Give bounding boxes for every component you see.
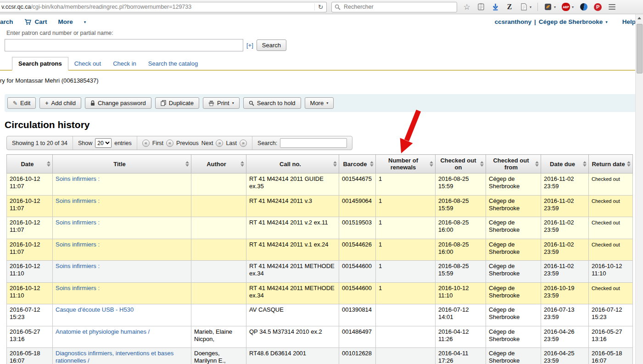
menu-icon[interactable] bbox=[608, 3, 616, 11]
last-page-icon[interactable]: » bbox=[240, 140, 247, 147]
scrollbar-thumb[interactable] bbox=[637, 24, 643, 73]
sort-icon bbox=[370, 161, 374, 167]
title-link[interactable]: Soins infirmiers : bbox=[56, 175, 100, 182]
library-name[interactable]: Cégep de Sherbrooke bbox=[539, 18, 603, 25]
edit-button[interactable]: ✎ Edit bbox=[7, 97, 36, 109]
table-row: 2016-10-12 11:07 Soins infirmiers : RT 4… bbox=[7, 217, 633, 239]
tab-search-patrons[interactable]: Search patrons bbox=[12, 57, 68, 71]
extension-dropdown-caret[interactable]: ▾ bbox=[554, 5, 556, 9]
browser-search-input[interactable] bbox=[343, 3, 454, 11]
tab-check-in[interactable]: Check in bbox=[107, 57, 142, 70]
duplicate-button[interactable]: Duplicate bbox=[155, 97, 199, 109]
previous-page-icon[interactable]: « bbox=[166, 140, 173, 147]
cell-author bbox=[191, 282, 246, 304]
column-header-date[interactable]: Date bbox=[7, 155, 53, 174]
zotero-icon[interactable]: Z bbox=[505, 3, 514, 11]
cell-author bbox=[191, 239, 246, 261]
change-password-button[interactable]: Change password bbox=[85, 97, 151, 109]
logged-in-user[interactable]: ccsranthony bbox=[495, 18, 531, 25]
title-link[interactable]: Soins infirmiers : bbox=[56, 197, 100, 204]
title-link[interactable]: Soins infirmiers : bbox=[56, 263, 100, 269]
download-icon[interactable] bbox=[491, 3, 499, 11]
title-link[interactable]: Diagnostics infirmiers, interventions et… bbox=[56, 350, 173, 364]
title-link[interactable]: Casque d'écoute USB - H530 bbox=[56, 306, 134, 313]
previous-page-button[interactable]: Previous bbox=[176, 140, 199, 146]
address-bar[interactable]: v.ccsr.qc.ca/cgi-bin/koha/members/readin… bbox=[0, 2, 327, 12]
column-header-barcode[interactable]: Barcode bbox=[339, 155, 376, 174]
cell-renewals: 1 bbox=[376, 195, 436, 217]
cell-author bbox=[191, 195, 246, 217]
expand-search-link[interactable]: [+] bbox=[246, 42, 253, 49]
vertical-scrollbar[interactable] bbox=[635, 14, 643, 364]
bookmarks-icon[interactable] bbox=[477, 3, 485, 11]
cell-title: Casque d'écoute USB - H530 bbox=[53, 304, 191, 326]
adblock-icon[interactable]: ABP bbox=[562, 3, 570, 11]
help-link[interactable]: Help bbox=[622, 18, 636, 25]
cell-author bbox=[191, 217, 246, 239]
table-header-row: Date Title Author Call no. Barcode Numbe… bbox=[7, 155, 633, 174]
search-to-hold-button[interactable]: Search to hold bbox=[243, 97, 301, 109]
column-header-renewals[interactable]: Number of renewals bbox=[376, 155, 436, 174]
cell-return-date: Checked out bbox=[589, 174, 633, 196]
colorpicker-icon[interactable] bbox=[580, 3, 588, 11]
star-icon[interactable]: ☆ bbox=[463, 3, 471, 11]
header-link-cart[interactable]: Cart bbox=[35, 18, 47, 25]
print-button[interactable]: Print ▾ bbox=[203, 97, 240, 109]
table-row: 2016-10-12 11:10 Soins infirmiers : RT 4… bbox=[7, 261, 633, 283]
title-link[interactable]: Anatomie et physiologie humaines / bbox=[56, 328, 150, 335]
page-icon[interactable] bbox=[520, 3, 528, 11]
table-row: 2016-10-12 11:10 Soins infirmiers : RT 4… bbox=[7, 282, 633, 304]
cell-author bbox=[191, 261, 246, 283]
cell-title: Anatomie et physiologie humaines / bbox=[53, 326, 191, 348]
browser-action-icons: ☆ Z ▾ ▾ ABP ▾ P bbox=[463, 3, 616, 11]
title-link[interactable]: Soins infirmiers : bbox=[56, 241, 100, 248]
reload-icon[interactable]: ↻ bbox=[314, 3, 326, 11]
title-link[interactable]: Soins infirmiers : bbox=[56, 219, 100, 226]
column-header-checked-out-on[interactable]: Checked out on bbox=[436, 155, 486, 174]
header-link-cut[interactable]: arch bbox=[0, 18, 13, 25]
browser-search-box[interactable] bbox=[331, 2, 457, 12]
table-row: 2016-10-12 11:07 Soins infirmiers : RT 4… bbox=[7, 195, 633, 217]
cell-barcode: 001519503 bbox=[339, 217, 376, 239]
last-page-button[interactable]: Last bbox=[226, 140, 237, 146]
cell-title: Soins infirmiers : bbox=[53, 174, 191, 196]
cell-checked-out-from: Cégep de Sherbrooke bbox=[486, 326, 541, 348]
table-row: 2016-10-12 11:07 Soins infirmiers : RT 4… bbox=[7, 174, 633, 196]
adblock-dropdown-caret[interactable]: ▾ bbox=[572, 5, 574, 9]
column-header-return-date[interactable]: Return date bbox=[589, 155, 633, 174]
cell-return-date: 2016-07-12 15:23 bbox=[589, 304, 633, 326]
column-header-author[interactable]: Author bbox=[191, 155, 246, 174]
breadcrumb: ry for Montassar Mehri (0061385437) bbox=[0, 77, 643, 84]
next-page-icon[interactable]: » bbox=[216, 140, 223, 147]
first-page-button[interactable]: First bbox=[152, 140, 163, 146]
cell-barcode: 001459064 bbox=[339, 195, 376, 217]
entries-select[interactable]: 20 bbox=[95, 138, 112, 148]
cell-date: 2016-10-12 11:07 bbox=[7, 174, 53, 196]
table-search-label: Search: bbox=[257, 140, 277, 146]
table-search-input[interactable] bbox=[280, 138, 347, 148]
extension-icon[interactable] bbox=[544, 3, 552, 11]
cell-return-date: Checked out bbox=[589, 217, 633, 239]
header-link-more[interactable]: More bbox=[58, 18, 73, 25]
column-header-title[interactable]: Title bbox=[53, 155, 191, 174]
column-header-checked-out-from[interactable]: Checked out from bbox=[486, 155, 541, 174]
column-header-callno[interactable]: Call no. bbox=[246, 155, 339, 174]
column-header-date-due[interactable]: Date due bbox=[541, 155, 589, 174]
pinterest-icon[interactable]: P bbox=[594, 3, 602, 11]
more-button[interactable]: More ▾ bbox=[305, 97, 334, 109]
first-page-icon[interactable]: « bbox=[142, 140, 150, 147]
patron-search-input[interactable] bbox=[5, 39, 243, 51]
next-page-button[interactable]: Next bbox=[201, 140, 213, 146]
page-dropdown-caret[interactable]: ▾ bbox=[530, 5, 531, 9]
scroll-up-button[interactable] bbox=[636, 14, 643, 22]
add-child-button[interactable]: + Add child bbox=[39, 97, 81, 109]
table-row: 2016-05-18 16:07 Diagnostics infirmiers,… bbox=[7, 348, 633, 364]
title-link[interactable]: Soins infirmiers : bbox=[56, 285, 100, 291]
table-controls: Showing 1 to 20 of 34 Show 20 entries « … bbox=[6, 136, 352, 150]
tab-check-out[interactable]: Check out bbox=[68, 57, 107, 70]
tab-search-catalog[interactable]: Search the catalog bbox=[142, 57, 204, 70]
cell-title: Soins infirmiers : bbox=[53, 239, 191, 261]
cell-checked-out-from: Cégep de Sherbrooke bbox=[486, 304, 541, 326]
patron-search-button[interactable]: Search bbox=[257, 39, 286, 51]
cell-return-date: 2016-05-18 16:07 bbox=[589, 348, 633, 364]
